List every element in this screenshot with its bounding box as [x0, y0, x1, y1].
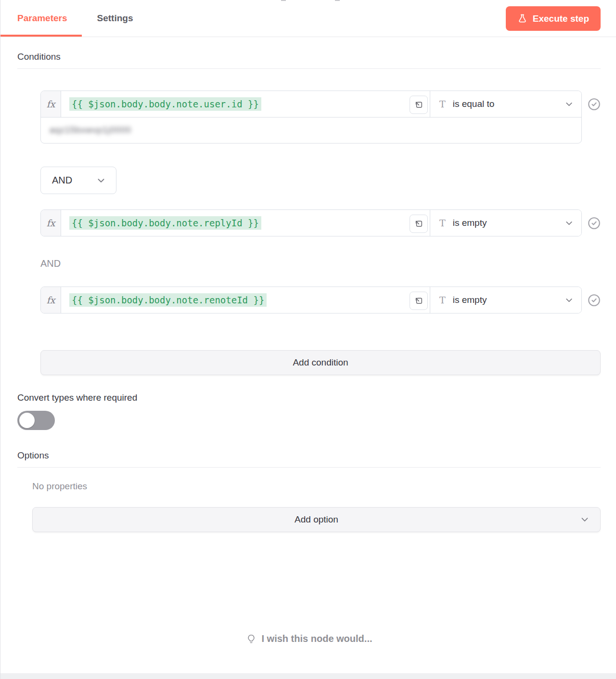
redacted-value-text: aqz15bxwvp1j0000 — [50, 125, 131, 135]
canvas-below-panel — [0, 673, 616, 679]
circle-check-icon — [588, 217, 601, 230]
condition-2-group: fx {{ $json.body.body.note.replyId }} — [40, 209, 582, 236]
operator-label: is equal to — [453, 99, 557, 109]
node-settings-panel: Parameters Settings Execute step Conditi… — [0, 0, 616, 679]
condition-3-left-value-input[interactable]: {{ $json.body.body.note.renoteId }} — [61, 287, 430, 313]
conditions-list: fx {{ $json.body.body.note.user.id }} — [40, 91, 601, 375]
section-divider — [17, 68, 601, 69]
tab-parameters[interactable]: Parameters — [0, 0, 82, 37]
toggle-knob — [19, 413, 35, 428]
circle-check-icon — [588, 98, 601, 111]
type-string-icon: T — [439, 295, 446, 305]
operator-label: is empty — [453, 218, 557, 228]
add-option-button[interactable]: Add option — [32, 507, 601, 532]
condition-2-left-value-input[interactable]: {{ $json.body.body.note.replyId }} — [61, 210, 430, 236]
flask-icon — [517, 13, 527, 24]
condition-2-operator-select[interactable]: T is empty — [430, 210, 581, 236]
condition-3-operator-select[interactable]: T is empty — [430, 287, 581, 313]
fx-expression-badge[interactable]: fx — [41, 91, 61, 117]
convert-types-toggle[interactable] — [17, 411, 55, 430]
node-feedback-link[interactable]: I wish this node would... — [17, 633, 601, 644]
convert-types-label: Convert types where required — [17, 392, 601, 403]
condition-3-group: fx {{ $json.body.body.note.renoteId }} — [40, 287, 582, 313]
condition-1-operator-select[interactable]: T is equal to — [430, 91, 581, 117]
operator-label: is empty — [453, 295, 557, 305]
section-divider — [17, 467, 601, 468]
expression-text: {{ $json.body.body.note.replyId }} — [69, 216, 261, 230]
chevron-down-icon — [96, 176, 106, 185]
lightbulb-icon — [246, 634, 257, 644]
open-expression-editor-icon[interactable] — [410, 292, 428, 310]
fx-expression-badge[interactable]: fx — [41, 210, 61, 236]
condition-row: fx {{ $json.body.body.note.replyId }} — [40, 209, 601, 236]
combinator-static-label: AND — [40, 258, 601, 269]
type-string-icon: T — [439, 99, 446, 109]
open-expression-editor-icon[interactable] — [410, 215, 428, 233]
condition-row: fx {{ $json.body.body.note.user.id }} — [40, 91, 601, 144]
chevron-down-icon — [565, 219, 574, 228]
expression-text: {{ $json.body.body.note.renoteId }} — [69, 293, 267, 307]
tab-settings[interactable]: Settings — [88, 0, 143, 37]
execute-step-button[interactable]: Execute step — [506, 6, 601, 31]
add-condition-button[interactable]: Add condition — [40, 350, 601, 375]
conditions-section-title: Conditions — [17, 52, 601, 62]
condition-1-left-value-input[interactable]: {{ $json.body.body.note.user.id }} — [61, 91, 430, 117]
combinator-value: AND — [52, 175, 72, 186]
execute-step-label: Execute step — [533, 13, 589, 24]
circle-check-icon — [588, 294, 601, 307]
chevron-down-icon — [565, 100, 574, 109]
chevron-down-icon — [565, 296, 574, 305]
fx-expression-badge[interactable]: fx — [41, 287, 61, 313]
options-section-title: Options — [17, 450, 601, 461]
type-string-icon: T — [439, 218, 446, 228]
condition-1-right-value-input[interactable]: aqz15bxwvp1j0000 — [41, 117, 581, 143]
condition-1-group: fx {{ $json.body.body.note.user.id }} — [40, 91, 582, 144]
condition-row: fx {{ $json.body.body.note.renoteId }} — [40, 287, 601, 313]
add-option-label: Add option — [295, 514, 338, 525]
tab-bar: Parameters Settings Execute step — [0, 0, 616, 37]
open-expression-editor-icon[interactable] — [410, 96, 428, 114]
expression-text: {{ $json.body.body.note.user.id }} — [69, 97, 261, 111]
chevron-down-icon — [580, 515, 590, 524]
combinator-select[interactable]: AND — [40, 167, 116, 194]
parameters-content: Conditions fx {{ $json.body.body.note.us… — [0, 37, 616, 644]
options-empty-text: No properties — [32, 481, 601, 492]
wish-label: I wish this node would... — [262, 633, 372, 644]
